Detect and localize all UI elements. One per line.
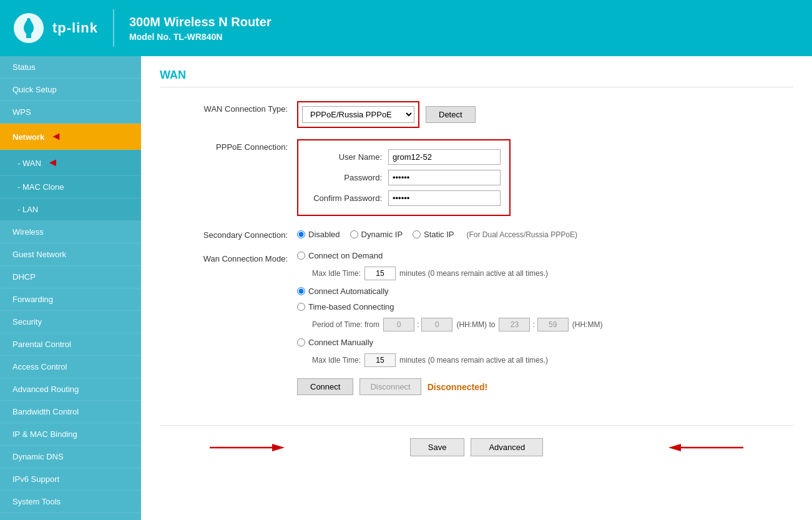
header: tp-link 300M Wireless N Router Model No.… [0, 0, 812, 56]
sidebar-item-network[interactable]: Network ◄ [0, 124, 141, 150]
confirm-password-label: Confirm Password: [307, 194, 388, 203]
secondary-dynamic-ip-option[interactable]: Dynamic IP [350, 230, 403, 239]
secondary-connection-label: Secondary Connection: [160, 227, 297, 240]
sidebar-item-access-control[interactable]: Access Control [0, 356, 141, 378]
connect-on-demand-row: Connect on Demand [297, 251, 793, 260]
max-idle-row-1: Max Idle Time: minutes (0 means remain a… [312, 267, 793, 280]
time-colon-1: : [417, 320, 419, 329]
sidebar-item-wps[interactable]: WPS [0, 101, 141, 124]
time-from-mm-input[interactable] [421, 318, 452, 331]
connect-automatically-option[interactable]: Connect Automatically [297, 287, 389, 296]
network-arrow: ◄ [51, 130, 62, 142]
sidebar: Status Quick Setup WPS Network ◄ - WAN ◄… [0, 56, 141, 520]
username-label: User Name: [307, 152, 388, 162]
max-idle-label-2: Max Idle Time: [312, 356, 361, 365]
svg-marker-4 [272, 444, 285, 451]
brand-name: tp-link [52, 20, 98, 36]
page-title: WAN [160, 69, 793, 87]
max-idle-input-2[interactable] [364, 353, 396, 367]
pppoe-box: User Name: Password: Confirm Password: [297, 139, 511, 216]
secondary-static-ip-radio[interactable] [413, 230, 421, 238]
connect-button[interactable]: Connect [297, 378, 353, 395]
disconnect-button[interactable]: Disconnect [360, 378, 421, 395]
confirm-password-row: Confirm Password: [307, 190, 501, 206]
password-label: Password: [307, 173, 388, 182]
time-based-radio[interactable] [297, 303, 305, 311]
password-row: Password: [307, 170, 501, 185]
connect-automatically-radio[interactable] [297, 287, 305, 295]
sidebar-item-wan[interactable]: - WAN ◄ [0, 150, 141, 176]
sidebar-item-forwarding[interactable]: Forwarding [0, 288, 141, 311]
sidebar-item-logout[interactable]: Logout [0, 513, 141, 520]
svg-rect-2 [27, 18, 31, 29]
sidebar-item-advanced-routing[interactable]: Advanced Routing [0, 378, 141, 401]
wan-type-label: WAN Connection Type: [160, 101, 297, 114]
secondary-note: (For Dual Access/Russia PPPoE) [466, 230, 577, 239]
username-row: User Name: [307, 149, 501, 165]
password-input[interactable] [388, 170, 501, 185]
product-model: Model No. TL-WR840N [129, 32, 271, 42]
wan-form: WAN Connection Type: PPPoE/Russia PPPoE … [160, 95, 793, 413]
wan-mode-field: Connect on Demand Max Idle Time: minutes… [297, 251, 793, 395]
advanced-button[interactable]: Advanced [471, 438, 543, 456]
secondary-disabled-option[interactable]: Disabled [297, 230, 340, 239]
save-arrow-svg [210, 440, 285, 455]
secondary-disabled-radio[interactable] [297, 230, 305, 238]
sidebar-item-status[interactable]: Status [0, 56, 141, 79]
sidebar-item-ipv6-support[interactable]: IPv6 Support [0, 468, 141, 491]
confirm-password-input[interactable] [388, 190, 501, 206]
username-input[interactable] [388, 149, 501, 165]
sidebar-item-ip-mac-binding[interactable]: IP & MAC Binding [0, 423, 141, 446]
secondary-connection-field: Disabled Dynamic IP Static IP (For Dual … [297, 227, 793, 239]
wan-mode-label: Wan Connection Mode: [160, 251, 297, 263]
wan-mode-row: Wan Connection Mode: Connect on Demand M… [160, 251, 793, 395]
sidebar-item-dynamic-dns[interactable]: Dynamic DNS [0, 446, 141, 468]
bottom-section: Save Advanced [160, 425, 793, 456]
sidebar-item-wireless[interactable]: Wireless [0, 221, 141, 243]
secondary-static-ip-label: Static IP [424, 230, 454, 239]
action-buttons: Connect Disconnect Disconnected! [297, 378, 793, 395]
wan-type-select[interactable]: PPPoE/Russia PPPoE Dynamic IP Static IP … [302, 106, 414, 123]
sidebar-item-mac-clone[interactable]: - MAC Clone [0, 176, 141, 199]
secondary-dynamic-ip-radio[interactable] [350, 230, 358, 238]
sidebar-item-quick-setup[interactable]: Quick Setup [0, 79, 141, 101]
time-to-hh-input[interactable] [499, 318, 530, 331]
svg-marker-6 [668, 444, 681, 451]
max-idle-row-2: Max Idle Time: minutes (0 means remain a… [312, 353, 793, 367]
layout: Status Quick Setup WPS Network ◄ - WAN ◄… [0, 56, 812, 520]
connect-on-demand-label: Connect on Demand [308, 251, 383, 260]
secondary-static-ip-option[interactable]: Static IP [413, 230, 454, 239]
advanced-arrow-svg [668, 440, 743, 455]
time-based-option[interactable]: Time-based Connecting [297, 302, 394, 312]
sidebar-item-dhcp[interactable]: DHCP [0, 266, 141, 288]
secondary-disabled-label: Disabled [308, 230, 340, 239]
period-label: Period of Time: from [312, 320, 379, 329]
brand-text: tp-link [52, 20, 98, 36]
time-to-mm-input[interactable] [537, 318, 569, 331]
sidebar-item-parental-control[interactable]: Parental Control [0, 333, 141, 356]
sidebar-item-security[interactable]: Security [0, 311, 141, 333]
max-idle-note-1: minutes (0 means remain active at all ti… [399, 269, 548, 278]
connect-on-demand-radio[interactable] [297, 252, 305, 260]
sidebar-item-guest-network[interactable]: Guest Network [0, 243, 141, 266]
secondary-dynamic-ip-label: Dynamic IP [361, 230, 403, 239]
max-idle-input-1[interactable] [364, 267, 396, 280]
time-period-row: Period of Time: from : (HH:MM) to : [312, 318, 793, 331]
sidebar-item-lan[interactable]: - LAN [0, 199, 141, 221]
secondary-radio-group: Disabled Dynamic IP Static IP (For Dual … [297, 227, 793, 239]
secondary-connection-row: Secondary Connection: Disabled Dynamic I… [160, 227, 793, 240]
logo-area: tp-link [12, 12, 98, 44]
connect-on-demand-option[interactable]: Connect on Demand [297, 251, 383, 260]
time-from-hh-input[interactable] [383, 318, 414, 331]
status-badge: Disconnected! [428, 382, 487, 392]
connect-manually-radio[interactable] [297, 338, 305, 346]
sidebar-item-system-tools[interactable]: System Tools [0, 491, 141, 513]
max-idle-label-1: Max Idle Time: [312, 269, 361, 278]
time-hhmm-label-2: (HH:MM) [572, 320, 603, 329]
sidebar-item-bandwidth-control[interactable]: Bandwidth Control [0, 401, 141, 423]
wan-arrow: ◄ [47, 156, 58, 169]
detect-button[interactable]: Detect [426, 106, 476, 123]
save-button[interactable]: Save [410, 438, 465, 456]
connect-manually-row: Connect Manually [297, 338, 793, 347]
connect-manually-option[interactable]: Connect Manually [297, 338, 373, 347]
